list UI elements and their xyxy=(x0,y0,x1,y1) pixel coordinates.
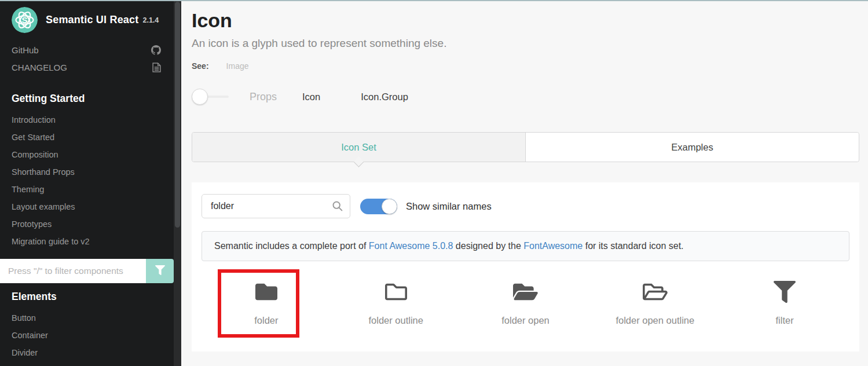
sidebar: S Semantic UI React 2.1.4 GitHub CHANGEL… xyxy=(0,0,181,366)
icon-results-grid: folder folder outline folder open f xyxy=(202,266,849,339)
font-awesome-version-link[interactable]: Font Awesome 5.0.8 xyxy=(369,241,453,251)
sidebar-item-migration-guide[interactable]: Migration guide to v2 xyxy=(0,233,174,250)
component-filter xyxy=(0,259,174,283)
icon-search-box xyxy=(202,194,350,218)
icon-result-label: filter xyxy=(720,315,849,326)
app-version: 2.1.4 xyxy=(142,16,159,24)
show-similar-names-toggle-knob[interactable] xyxy=(382,199,397,214)
component-filter-button[interactable] xyxy=(146,259,174,283)
see-label: See: xyxy=(192,61,209,71)
tab-icon-set-label: Icon Set xyxy=(341,142,376,153)
page-title: Icon xyxy=(192,9,232,32)
tab-examples-label: Examples xyxy=(671,142,713,153)
sidebar-item-button[interactable]: Button xyxy=(0,309,174,327)
github-link-label: GitHub xyxy=(12,45,39,55)
icon-result-label: folder open outline xyxy=(590,315,720,326)
app-title: Semantic UI React xyxy=(46,14,138,26)
active-tab-caret xyxy=(353,156,364,167)
highlight-box xyxy=(218,269,299,338)
semantic-ui-logo-icon: S xyxy=(12,7,38,33)
message-text-prefix: Semantic includes a complete port of xyxy=(214,241,369,251)
elements-list: Button Container Divider xyxy=(0,309,174,361)
tab-examples[interactable]: Examples xyxy=(526,133,859,162)
font-awesome-message: Semantic includes a complete port of Fon… xyxy=(202,231,849,261)
folder-outline-icon xyxy=(385,281,407,303)
icon-result-folder-open[interactable]: folder open xyxy=(461,266,591,339)
sidebar-item-divider[interactable]: Divider xyxy=(0,344,174,361)
icon-result-label: folder outline xyxy=(331,315,461,326)
sidebar-item-introduction[interactable]: Introduction xyxy=(0,111,174,129)
folder-icon xyxy=(255,281,277,303)
icon-search-row: Show similar names xyxy=(202,194,849,218)
icon-set-panel: Show similar names Semantic includes a c… xyxy=(192,182,859,352)
sidebar-item-get-started[interactable]: Get Started xyxy=(0,129,174,146)
sidebar-item-container[interactable]: Container xyxy=(0,327,174,344)
sidebar-heading-elements: Elements xyxy=(12,291,57,303)
show-similar-names-label: Show similar names xyxy=(406,201,492,212)
main-content: Icon An icon is a glyph used to represen… xyxy=(181,1,868,366)
component-filter-input[interactable] xyxy=(0,259,146,283)
props-item-icon[interactable]: Icon xyxy=(302,92,320,103)
icon-result-folder-outline[interactable]: folder outline xyxy=(331,266,461,339)
sidebar-scrollbar[interactable] xyxy=(174,0,181,366)
font-awesome-link[interactable]: FontAwesome xyxy=(523,241,583,251)
show-similar-names-toggle[interactable] xyxy=(360,199,397,214)
window-top-edge xyxy=(0,0,868,1)
filter-icon xyxy=(774,281,796,303)
svg-text:S: S xyxy=(21,15,27,25)
sidebar-item-theming[interactable]: Theming xyxy=(0,181,174,198)
tab-icon-set[interactable]: Icon Set xyxy=(192,133,526,162)
sidebar-item-shorthand-props[interactable]: Shorthand Props xyxy=(0,163,174,181)
icon-result-folder[interactable]: folder xyxy=(202,266,331,339)
props-toggle[interactable] xyxy=(192,89,229,105)
search-icon xyxy=(331,200,343,214)
page-subtitle: An icon is a glyph used to represent som… xyxy=(192,37,446,50)
props-item-icon-group[interactable]: Icon.Group xyxy=(361,92,408,103)
sidebar-item-prototypes[interactable]: Prototypes xyxy=(0,215,174,233)
sidebar-item-composition[interactable]: Composition xyxy=(0,146,174,163)
see-link-image[interactable]: Image xyxy=(226,61,249,71)
sidebar-item-layout-examples[interactable]: Layout examples xyxy=(0,198,174,215)
folder-open-icon xyxy=(513,281,538,303)
folder-open-outline-icon xyxy=(643,281,668,303)
icon-result-filter[interactable]: filter xyxy=(720,266,849,339)
props-toggle-knob[interactable] xyxy=(192,89,208,105)
icon-search-input[interactable] xyxy=(202,194,350,218)
brand[interactable]: S Semantic UI React 2.1.4 xyxy=(12,7,159,33)
sidebar-scrollbar-thumb[interactable] xyxy=(175,2,180,228)
funnel-icon xyxy=(155,265,165,277)
file-icon xyxy=(152,63,161,72)
changelog-link-label: CHANGELOG xyxy=(12,63,67,72)
props-menu: Props Icon Icon.Group xyxy=(192,88,408,105)
sidebar-heading-getting-started: Getting Started xyxy=(12,93,85,105)
github-icon xyxy=(151,45,161,55)
getting-started-list: Introduction Get Started Composition Sho… xyxy=(0,111,174,250)
sidebar-link-github[interactable]: GitHub xyxy=(0,42,174,58)
message-text-suffix: for its standard icon set. xyxy=(583,241,683,251)
props-toggle-label: Props xyxy=(250,91,277,103)
message-text-middle: designed by the xyxy=(453,241,523,251)
tab-bar: Icon Set Examples xyxy=(192,132,859,162)
icon-result-label: folder open xyxy=(461,315,591,326)
sidebar-link-changelog[interactable]: CHANGELOG xyxy=(0,59,174,75)
see-also-row: See: Image xyxy=(192,61,249,71)
icon-result-folder-open-outline[interactable]: folder open outline xyxy=(590,266,720,339)
icon-result-label: folder xyxy=(202,315,331,326)
